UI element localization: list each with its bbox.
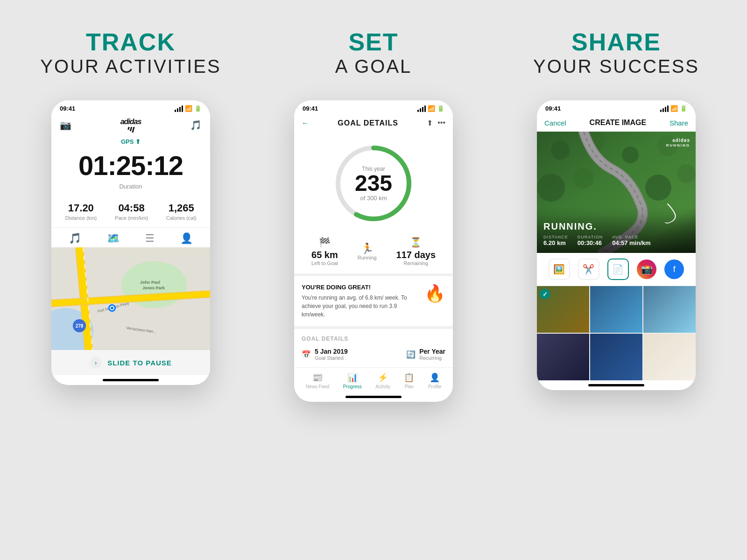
set-highlight: SET (335, 28, 412, 56)
share-nav-icon[interactable]: ⬆ (427, 119, 433, 127)
sections-row: TRACK YOUR ACTIVITIES 09:41 📶 🔋 📷 ad (19, 28, 728, 402)
nav-plan[interactable]: 📋 Plan (404, 372, 414, 389)
image-share-btn[interactable]: 🖼️ (549, 259, 570, 280)
goal-details-heading: GOAL DETAILS (302, 336, 445, 342)
crop-share-btn[interactable]: ✂️ (578, 259, 599, 280)
status-icons-2: 📶 🔋 (417, 105, 444, 112)
circle-inner: This year 235 of 300 km (355, 166, 392, 202)
preview-stats-row: DISTANCE 6.20 km DURATION 00:30:46 AVG. … (543, 235, 689, 246)
nav-actions: ⬆ ••• (427, 119, 445, 127)
running-icon: 🏃 (361, 243, 374, 255)
stat-pace: 04:58 Pace (min/km) (115, 202, 148, 221)
svg-point-22 (645, 175, 671, 201)
plan-icon: 📋 (404, 372, 414, 383)
phone-track: 09:41 📶 🔋 📷 adidas 🎵 (51, 100, 210, 385)
home-indicator-3 (588, 384, 644, 386)
nav-activity[interactable]: ⚡ Activity (375, 372, 390, 389)
goal-details-section: GOAL DETAILS 📅 5 Jan 2019 Goal Started 🔄… (294, 329, 453, 367)
map-nav-icon[interactable]: 🗺️ (107, 232, 120, 245)
photo-6[interactable] (643, 334, 696, 380)
goal-started-date: 5 Jan 2019 (315, 348, 348, 355)
battery-icon-3: 🔋 (680, 105, 687, 112)
goal-details-title: GOAL DETAILS (338, 119, 398, 127)
section-title-goal: SET A GOAL (335, 28, 412, 77)
status-icons-1: 📶 🔋 (175, 105, 202, 112)
status-time-2: 09:41 (303, 105, 318, 112)
status-bar-1: 09:41 📶 🔋 (51, 100, 210, 115)
progress-icon: 📊 (347, 372, 358, 383)
slide-text: SLIDE TO PAUSE (107, 359, 172, 367)
goal-sub-stats: 🏁 65 km Left to Goal 🏃 Running ⏳ 117 day… (302, 233, 445, 266)
svg-point-21 (573, 168, 594, 189)
stat-calories: 1,265 Calories (cal) (166, 202, 197, 221)
back-icon[interactable]: ← (302, 119, 309, 127)
status-bar-3: 09:41 📶 🔋 (537, 100, 696, 115)
profile-icon-2: 👤 (430, 372, 440, 383)
svg-point-20 (537, 174, 565, 202)
recurring-item: 🔄 Per Year Recurring (406, 348, 445, 361)
svg-text:278: 278 (76, 323, 84, 329)
preview-distance: DISTANCE 6.20 km (543, 235, 568, 246)
photo-5[interactable] (590, 334, 642, 380)
preview-duration: DURATION 00:30:46 (578, 235, 603, 246)
music-icon[interactable]: 🎵 (190, 119, 202, 131)
activity-icon: ⚡ (378, 372, 388, 383)
goal-progress-circle: This year 235 of 300 km (331, 141, 416, 225)
adidas-stripes (128, 127, 134, 133)
nav-bar-3: Cancel CREATE IMAGE Share (537, 115, 696, 132)
stat-distance-value: 17.20 (65, 202, 97, 214)
section-share: SHARE YOUR SUCCESS 09:41 📶 🔋 Cancel CREA… (509, 28, 724, 390)
map-display: John Paul Jones Park Fort Hamilton Pkwy … (51, 247, 210, 350)
preview-pace-value: 04:57 min/km (612, 239, 650, 246)
photo-3[interactable] (643, 286, 696, 333)
adidas-running-logo: adidas RUNNING (666, 137, 690, 148)
nav-bar-2: ← GOAL DETAILS ⬆ ••• (294, 115, 453, 132)
photo-4[interactable] (537, 334, 589, 380)
photo-1[interactable] (537, 286, 589, 333)
svg-point-18 (622, 147, 639, 163)
section-track: TRACK YOUR ACTIVITIES 09:41 📶 🔋 📷 ad (23, 28, 238, 385)
share-button[interactable]: Share (669, 119, 688, 127)
photo-2[interactable] (590, 286, 642, 333)
goal-started-item: 📅 5 Jan 2019 Goal Started (302, 348, 348, 361)
template-share-btn[interactable]: 📄 (607, 259, 629, 280)
section-title-track: TRACK YOUR ACTIVITIES (40, 28, 221, 77)
preview-duration-label: DURATION (578, 235, 603, 239)
profile-nav-icon[interactable]: 👤 (180, 232, 193, 245)
camera-icon[interactable]: 📷 (60, 119, 71, 131)
stat-calories-label: Calories (cal) (166, 215, 197, 221)
fire-icon: 🔥 (424, 284, 445, 303)
stat-pace-value: 04:58 (115, 202, 148, 214)
track-highlight: TRACK (40, 28, 221, 56)
more-icon[interactable]: ••• (437, 119, 445, 127)
slide-to-pause[interactable]: › SLIDE TO PAUSE (51, 350, 210, 375)
wifi-icon-1: 📶 (185, 105, 192, 112)
progress-value: 235 (355, 172, 392, 195)
stats-row: 17.20 Distance (km) 04:58 Pace (min/km) … (51, 197, 210, 228)
app-header-1: 📷 adidas 🎵 (51, 115, 210, 136)
goal-icon: 🏁 (311, 237, 338, 248)
phone-goal: 09:41 📶 🔋 ← GOAL DETAILS ⬆ ••• (294, 100, 453, 402)
cancel-button[interactable]: Cancel (544, 119, 566, 127)
nav-news-feed[interactable]: 📰 News Feed (306, 372, 330, 389)
battery-icon-1: 🔋 (194, 105, 202, 112)
facebook-share-btn[interactable]: f (664, 259, 684, 279)
remaining-value: 117 days (396, 250, 436, 260)
nav-progress[interactable]: 📊 Progress (343, 372, 362, 389)
phone-share: 09:41 📶 🔋 Cancel CREATE IMAGE Share (537, 100, 696, 390)
recurring-label: Recurring (419, 355, 445, 361)
wifi-icon-2: 📶 (428, 105, 435, 112)
share-highlight: SHARE (533, 28, 699, 56)
nav-profile[interactable]: 👤 Profile (428, 372, 441, 389)
goal-details-row: 📅 5 Jan 2019 Goal Started 🔄 Per Year Rec… (302, 348, 445, 361)
progress-section: This year 235 of 300 km 🏁 65 km Left to … (294, 132, 453, 276)
home-indicator-1 (103, 379, 159, 381)
stat-pace-label: Pace (min/km) (115, 215, 148, 221)
menu-nav-icon[interactable]: ☰ (145, 232, 155, 245)
home-indicator-2 (345, 396, 402, 398)
svg-text:Jones Park: Jones Park (142, 286, 165, 290)
left-to-goal-label: Left to Goal (311, 260, 338, 266)
music-nav-icon[interactable]: 🎵 (69, 232, 81, 245)
preview-stats-overlay: RUNNING. DISTANCE 6.20 km DURATION 00:30… (537, 215, 696, 253)
instagram-share-btn[interactable]: 📸 (637, 259, 656, 279)
